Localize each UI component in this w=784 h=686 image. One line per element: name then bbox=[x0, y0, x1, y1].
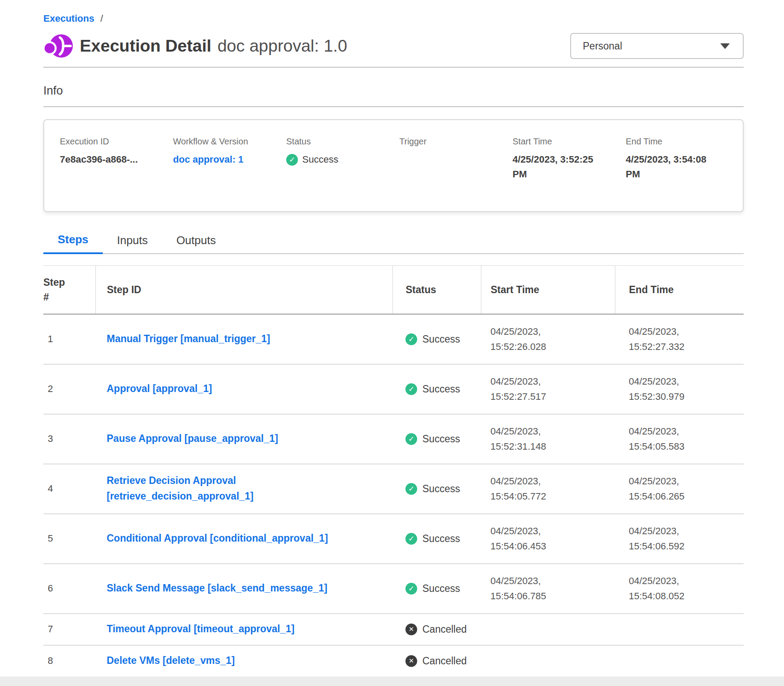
step-start-time: 04/25/2023, 15:52:26.028 bbox=[490, 324, 562, 354]
step-link[interactable]: Delete VMs [delete_vms_1] bbox=[107, 653, 235, 669]
step-status: Cancelled bbox=[422, 624, 467, 635]
step-link[interactable]: Conditional Approval [conditional_approv… bbox=[107, 531, 328, 546]
step-number: 8 bbox=[43, 645, 95, 677]
info-field-end-time: End Time 4/25/2023, 3:54:08 PM bbox=[626, 137, 715, 211]
info-field-workflow-version: Workflow & Version doc approval: 1 bbox=[173, 137, 286, 211]
step-row-4: 4 Retrieve Decision Approval [retrieve_d… bbox=[43, 464, 744, 514]
step-link[interactable]: Approval [approval_1] bbox=[107, 381, 212, 397]
workflow-logo-icon bbox=[43, 32, 74, 60]
start-time-value: 4/25/2023, 3:52:25 PM bbox=[513, 152, 601, 182]
cancelled-x-icon bbox=[405, 655, 417, 667]
breadcrumb-separator: / bbox=[100, 13, 103, 24]
workspace-select-value: Personal bbox=[583, 40, 622, 52]
step-end-time: 04/25/2023, 15:54:08.052 bbox=[629, 573, 700, 604]
breadcrumb: Executions / bbox=[43, 13, 744, 24]
breadcrumb-executions-link[interactable]: Executions bbox=[43, 13, 94, 24]
col-header-status: Status bbox=[392, 266, 481, 314]
success-check-icon bbox=[405, 483, 417, 495]
step-status: Success bbox=[422, 333, 460, 345]
step-link[interactable]: Slack Send Message [slack_send_message_1… bbox=[107, 581, 327, 596]
execution-status-value: Success bbox=[302, 152, 338, 167]
steps-table-header-row: Step # Step ID Status Start Time End Tim… bbox=[43, 266, 744, 314]
info-label: Trigger bbox=[399, 137, 513, 147]
info-label: Workflow & Version bbox=[173, 137, 286, 147]
header-divider bbox=[43, 67, 744, 68]
cancelled-x-icon bbox=[405, 624, 417, 635]
execution-detail-page: Executions / Execution Detail doc approv… bbox=[0, 0, 784, 676]
detail-tabs: Steps Inputs Outputs bbox=[43, 229, 744, 254]
step-start-time: 04/25/2023, 15:54:05.772 bbox=[490, 474, 562, 504]
step-link[interactable]: Pause Approval [pause_approval_1] bbox=[107, 431, 278, 447]
step-end-time: 04/25/2023, 15:54:05.583 bbox=[629, 424, 700, 454]
step-number: 5 bbox=[43, 514, 95, 564]
success-check-icon bbox=[405, 433, 417, 445]
step-row-2: 2 Approval [approval_1] Success 04/25/20… bbox=[43, 364, 744, 414]
success-check-icon bbox=[286, 154, 298, 166]
steps-table: Step # Step ID Status Start Time End Tim… bbox=[43, 265, 744, 676]
step-status: Success bbox=[422, 483, 460, 495]
tab-steps[interactable]: Steps bbox=[43, 229, 103, 254]
step-row-5: 5 Conditional Approval [conditional_appr… bbox=[43, 514, 744, 564]
page-header-left: Execution Detail doc approval: 1.0 bbox=[43, 32, 347, 60]
col-header-end-time: End Time bbox=[615, 266, 744, 314]
info-field-start-time: Start Time 4/25/2023, 3:52:25 PM bbox=[513, 137, 626, 211]
step-end-time: 04/25/2023, 15:52:27.332 bbox=[629, 324, 700, 354]
step-start-time: 04/25/2023, 15:54:06.453 bbox=[490, 523, 562, 554]
info-label: End Time bbox=[626, 137, 715, 147]
step-number: 3 bbox=[43, 414, 95, 464]
info-label: Status bbox=[286, 137, 399, 147]
step-end-time: 04/25/2023, 15:52:30.979 bbox=[629, 374, 700, 404]
chevron-down-icon bbox=[720, 43, 730, 49]
success-check-icon bbox=[405, 383, 417, 395]
success-check-icon bbox=[405, 333, 417, 345]
step-row-1: 1 Manual Trigger [manual_trigger_1] Succ… bbox=[43, 314, 744, 364]
step-row-8: 8 Delete VMs [delete_vms_1] Cancelled bbox=[43, 645, 744, 677]
step-row-6: 6 Slack Send Message [slack_send_message… bbox=[43, 564, 744, 614]
step-status: Success bbox=[422, 383, 460, 395]
info-label: Execution ID bbox=[60, 137, 173, 147]
step-status: Success bbox=[422, 583, 460, 595]
info-label: Start Time bbox=[513, 137, 626, 147]
page-header: Execution Detail doc approval: 1.0 Perso… bbox=[43, 32, 744, 60]
step-row-3: 3 Pause Approval [pause_approval_1] Succ… bbox=[43, 414, 744, 464]
col-header-start-time: Start Time bbox=[481, 266, 615, 314]
workspace-select[interactable]: Personal bbox=[570, 33, 744, 59]
step-status: Success bbox=[422, 533, 460, 545]
tab-outputs[interactable]: Outputs bbox=[162, 229, 230, 254]
step-end-time: 04/25/2023, 15:54:06.592 bbox=[629, 523, 700, 554]
info-divider bbox=[43, 106, 744, 107]
step-start-time: 04/25/2023, 15:54:06.785 bbox=[490, 573, 562, 604]
success-check-icon bbox=[405, 533, 417, 545]
info-field-status: Status Success bbox=[286, 137, 399, 211]
execution-info-card: Execution ID 7e8ac396-a868-... Workflow … bbox=[43, 119, 744, 212]
execution-id-value: 7e8ac396-a868-... bbox=[60, 152, 149, 167]
step-number: 1 bbox=[43, 314, 95, 364]
step-status: Success bbox=[422, 433, 460, 445]
step-start-time: 04/25/2023, 15:52:31.148 bbox=[490, 424, 562, 454]
tab-inputs[interactable]: Inputs bbox=[103, 229, 162, 254]
end-time-value: 4/25/2023, 3:54:08 PM bbox=[626, 152, 715, 182]
info-field-trigger: Trigger bbox=[399, 137, 513, 211]
step-status: Cancelled bbox=[422, 655, 467, 667]
info-field-execution-id: Execution ID 7e8ac396-a868-... bbox=[60, 137, 173, 211]
success-check-icon bbox=[405, 583, 417, 595]
workflow-version-link[interactable]: doc approval: 1 bbox=[173, 154, 244, 165]
step-number: 6 bbox=[43, 564, 95, 614]
info-section-heading: Info bbox=[43, 84, 744, 98]
step-number: 4 bbox=[43, 464, 95, 514]
step-link[interactable]: Manual Trigger [manual_trigger_1] bbox=[107, 331, 270, 347]
step-start-time: 04/25/2023, 15:52:27.517 bbox=[490, 374, 562, 404]
step-row-7: 7 Timeout Approval [timeout_approval_1] … bbox=[43, 614, 744, 645]
step-end-time: 04/25/2023, 15:54:06.265 bbox=[629, 474, 700, 504]
col-header-step-id: Step ID bbox=[95, 266, 392, 314]
step-link[interactable]: Retrieve Decision Approval [retrieve_dec… bbox=[107, 473, 354, 504]
step-number: 2 bbox=[43, 364, 95, 414]
step-number: 7 bbox=[43, 614, 95, 645]
page-title: Execution Detail bbox=[80, 36, 211, 56]
col-header-step-num: Step # bbox=[43, 266, 95, 314]
page-subtitle: doc approval: 1.0 bbox=[217, 36, 347, 56]
step-link[interactable]: Timeout Approval [timeout_approval_1] bbox=[107, 621, 294, 637]
